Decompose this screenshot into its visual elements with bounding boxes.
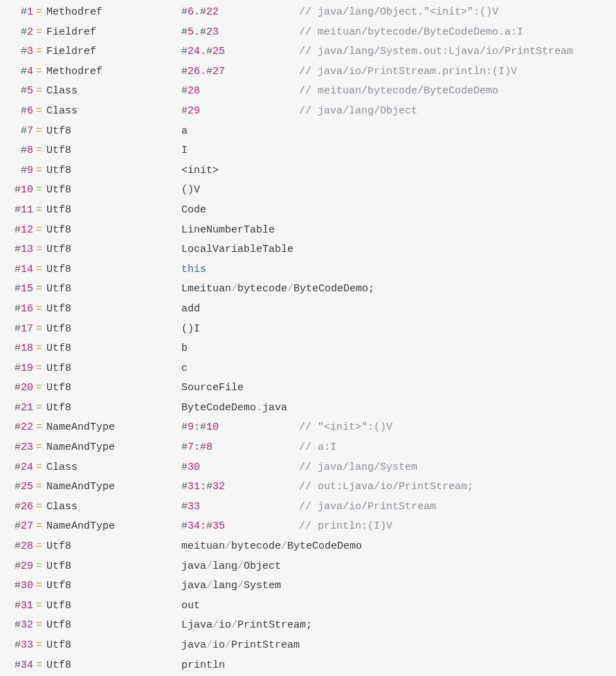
constant-pool-row: #21=Utf8ByteCodeDemo.java: [6, 399, 610, 419]
entry-index: #5: [6, 82, 33, 102]
constant-pool-row: #15=Utf8Lmeituan/bytecode/ByteCodeDemo;: [6, 280, 610, 300]
entry-value: #28: [181, 82, 299, 102]
entry-kind: NameAndType: [46, 418, 181, 438]
constant-pool-row: #12=Utf8LineNumberTable: [6, 221, 610, 241]
entry-value: #30: [181, 458, 299, 478]
constant-pool-row: #1=Methodref#6.#22// java/lang/Object."<…: [6, 3, 610, 23]
entry-kind: Class: [46, 82, 181, 102]
entry-kind: Class: [46, 458, 181, 478]
entry-value: #29: [181, 102, 299, 122]
entry-index: #6: [6, 102, 33, 122]
entry-kind: Fieldref: [46, 42, 181, 62]
equals-sign: =: [33, 320, 46, 340]
entry-kind: NameAndType: [46, 477, 181, 497]
entry-index: #29: [6, 557, 33, 577]
constant-pool-row: #28=Utf8meituan/bytecode/ByteCodeDemo: [6, 537, 610, 557]
entry-index: #3: [6, 42, 33, 62]
entry-value: I: [181, 141, 299, 161]
equals-sign: =: [33, 141, 46, 161]
equals-sign: =: [33, 161, 46, 181]
entry-index: #18: [6, 339, 33, 359]
entry-kind: Utf8: [46, 122, 181, 142]
entry-value: java/lang/Object: [181, 557, 299, 577]
entry-value: meituan/bytecode/ByteCodeDemo: [181, 537, 299, 557]
constant-pool-row: #19=Utf8c: [6, 359, 610, 379]
entry-comment: // a:I: [299, 438, 336, 458]
equals-sign: =: [33, 616, 46, 636]
constant-pool-row: #2=Fieldref#5.#23// meituan/bytecode/Byt…: [6, 23, 610, 43]
entry-value: #26.#27: [181, 62, 299, 82]
entry-kind: Utf8: [46, 557, 181, 577]
entry-index: #23: [6, 438, 33, 458]
entry-index: #10: [6, 181, 33, 201]
entry-index: #24: [6, 458, 33, 478]
equals-sign: =: [33, 537, 46, 557]
entry-index: #34: [6, 656, 33, 676]
equals-sign: =: [33, 378, 46, 399]
equals-sign: =: [33, 359, 46, 379]
constant-pool-row: #22=NameAndType#9:#10// "<init>":()V: [6, 418, 610, 438]
entry-index: #27: [6, 517, 33, 537]
entry-comment: // "<init>":()V: [299, 418, 392, 438]
entry-kind: NameAndType: [46, 438, 181, 458]
entry-index: #7: [6, 122, 33, 142]
entry-kind: Utf8: [46, 636, 181, 656]
constant-pool-row: #9=Utf8<init>: [6, 161, 610, 181]
equals-sign: =: [33, 477, 46, 497]
entry-index: #11: [6, 201, 33, 221]
entry-index: #9: [6, 161, 33, 181]
equals-sign: =: [33, 557, 46, 577]
equals-sign: =: [33, 280, 46, 300]
constant-pool-row: #27=NameAndType#34:#35// println:(I)V: [6, 517, 610, 537]
entry-kind: Utf8: [46, 378, 181, 399]
entry-comment: // java/io/PrintStream: [299, 497, 436, 518]
constant-pool-row: #32=Utf8Ljava/io/PrintStream;: [6, 616, 610, 636]
entry-index: #13: [6, 240, 33, 260]
entry-value: ()V: [181, 181, 299, 201]
entry-value: Lmeituan/bytecode/ByteCodeDemo;: [181, 280, 299, 300]
equals-sign: =: [33, 3, 46, 23]
equals-sign: =: [33, 181, 46, 201]
equals-sign: =: [33, 636, 46, 656]
entry-kind: NameAndType: [46, 517, 181, 537]
equals-sign: =: [33, 82, 46, 102]
entry-value: SourceFile: [181, 378, 299, 399]
entry-value: Code: [181, 201, 299, 221]
entry-index: #4: [6, 62, 33, 82]
entry-kind: Utf8: [46, 300, 181, 320]
entry-index: #20: [6, 378, 33, 399]
entry-kind: Class: [46, 102, 181, 122]
entry-comment: // meituan/bytecode/ByteCodeDemo.a:I: [299, 23, 523, 43]
entry-comment: // meituan/bytecode/ByteCodeDemo: [299, 82, 498, 102]
entry-index: #16: [6, 300, 33, 320]
entry-index: #22: [6, 418, 33, 438]
constant-pool-row: #8=Utf8I: [6, 141, 610, 161]
constant-pool-row: #30=Utf8java/lang/System: [6, 576, 610, 596]
constant-pool-row: #7=Utf8a: [6, 122, 610, 142]
entry-kind: Utf8: [46, 359, 181, 379]
entry-comment: // out:Ljava/io/PrintStream;: [299, 477, 473, 497]
entry-comment: // java/lang/Object."<init>":()V: [299, 3, 498, 23]
equals-sign: =: [33, 240, 46, 260]
entry-index: #28: [6, 537, 33, 557]
constant-pool-row: #4=Methodref#26.#27// java/io/PrintStrea…: [6, 62, 610, 82]
entry-kind: Utf8: [46, 161, 181, 181]
entry-value: c: [181, 359, 299, 379]
constant-pool-row: #25=NameAndType#31:#32// out:Ljava/io/Pr…: [6, 477, 610, 497]
entry-index: #19: [6, 359, 33, 379]
entry-value: #33: [181, 497, 299, 518]
entry-value: ()I: [181, 320, 299, 340]
entry-value: #31:#32: [181, 477, 299, 497]
equals-sign: =: [33, 201, 46, 221]
entry-index: #17: [6, 320, 33, 340]
equals-sign: =: [33, 42, 46, 62]
constant-pool-row: #23=NameAndType#7:#8// a:I: [6, 438, 610, 458]
entry-index: #26: [6, 497, 33, 518]
entry-kind: Utf8: [46, 260, 181, 280]
entry-kind: Utf8: [46, 576, 181, 596]
entry-value: this: [181, 260, 299, 280]
entry-kind: Fieldref: [46, 23, 181, 43]
equals-sign: =: [33, 418, 46, 438]
entry-index: #33: [6, 636, 33, 656]
constant-pool-listing: #1=Methodref#6.#22// java/lang/Object."<…: [0, 0, 616, 675]
